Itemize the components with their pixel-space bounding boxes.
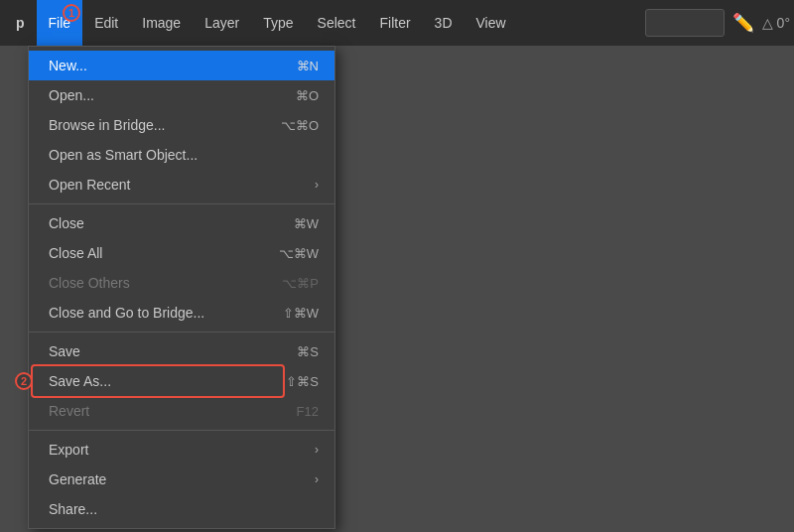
view-menu-item[interactable]: View xyxy=(464,0,518,46)
open-recent-arrow: › xyxy=(315,178,319,192)
export-arrow: › xyxy=(315,443,319,457)
menu-item-close-others: Close Others ⌥⌘P xyxy=(29,268,334,298)
save-as-shortcut: ⇧⌘S xyxy=(286,374,319,389)
preset-dropdown[interactable] xyxy=(645,9,725,37)
toolbar-right: ✏️ △ 0° xyxy=(645,9,790,37)
edit-menu-item[interactable]: Edit xyxy=(82,0,130,46)
menu-item-close-all[interactable]: Close All ⌥⌘W xyxy=(29,238,334,268)
menu-bar: p File 1 Edit Image Layer Type Select Fi… xyxy=(0,0,794,46)
layer-label: Layer xyxy=(204,15,239,31)
3d-menu-item[interactable]: 3D xyxy=(423,0,464,46)
close-bridge-label: Close and Go to Bridge... xyxy=(49,305,204,321)
menu-item-generate[interactable]: Generate › xyxy=(29,465,334,494)
3d-label: 3D xyxy=(435,15,453,31)
filter-label: Filter xyxy=(379,15,410,31)
generate-arrow: › xyxy=(315,472,319,486)
angle-value: 0° xyxy=(777,15,790,31)
menu-item-browse-bridge[interactable]: Browse in Bridge... ⌥⌘O xyxy=(29,110,334,140)
menu-item-close[interactable]: Close ⌘W xyxy=(29,208,334,238)
file-dropdown-menu: New... ⌘N Open... ⌘O Browse in Bridge...… xyxy=(28,46,335,529)
close-all-shortcut: ⌥⌘W xyxy=(279,246,319,261)
divider-1 xyxy=(29,203,334,204)
revert-shortcut: F12 xyxy=(297,404,319,419)
view-label: View xyxy=(476,15,506,31)
close-bridge-shortcut: ⇧⌘W xyxy=(283,306,319,321)
open-shortcut: ⌘O xyxy=(296,88,319,103)
open-smart-label: Open as Smart Object... xyxy=(49,147,198,163)
divider-3 xyxy=(29,430,334,431)
generate-label: Generate xyxy=(49,471,106,487)
angle-display: △ 0° xyxy=(762,15,790,31)
menu-item-save-as[interactable]: 2 Save As... ⇧⌘S xyxy=(29,366,334,396)
menu-item-revert: Revert F12 xyxy=(29,396,334,426)
menu-item-open[interactable]: Open... ⌘O xyxy=(29,80,334,110)
select-menu-item[interactable]: Select xyxy=(306,0,368,46)
close-label: Close xyxy=(49,215,84,231)
save-label: Save xyxy=(49,343,80,359)
angle-icon: △ xyxy=(762,15,773,31)
close-shortcut: ⌘W xyxy=(294,216,319,231)
menu-item-new[interactable]: New... ⌘N xyxy=(29,51,334,80)
revert-label: Revert xyxy=(49,403,89,419)
close-others-label: Close Others xyxy=(49,275,130,291)
menu-item-open-smart[interactable]: Open as Smart Object... xyxy=(29,140,334,170)
divider-2 xyxy=(29,332,334,332)
type-menu-item[interactable]: Type xyxy=(251,0,305,46)
menu-item-close-bridge[interactable]: Close and Go to Bridge... ⇧⌘W xyxy=(29,298,334,328)
export-label: Export xyxy=(49,442,88,458)
browse-bridge-label: Browse in Bridge... xyxy=(49,117,166,133)
close-others-shortcut: ⌥⌘P xyxy=(282,276,319,291)
file-badge: 1 xyxy=(63,4,80,22)
brush-icon: ✏️ xyxy=(732,12,754,34)
file-menu-item[interactable]: File 1 xyxy=(37,0,83,46)
menu-item-save[interactable]: Save ⌘S xyxy=(29,336,334,366)
new-shortcut: ⌘N xyxy=(297,59,319,73)
share-label: Share... xyxy=(49,501,97,517)
image-menu-item[interactable]: Image xyxy=(130,0,193,46)
save-shortcut: ⌘S xyxy=(297,344,319,359)
save-as-badge: 2 xyxy=(15,372,33,390)
browse-bridge-shortcut: ⌥⌘O xyxy=(281,118,319,133)
filter-menu-item[interactable]: Filter xyxy=(367,0,422,46)
edit-label: Edit xyxy=(94,15,118,31)
type-label: Type xyxy=(263,15,293,31)
layer-menu-item[interactable]: Layer xyxy=(193,0,251,46)
open-recent-label: Open Recent xyxy=(49,177,131,193)
menu-item-export[interactable]: Export › xyxy=(29,435,334,465)
open-label: Open... xyxy=(49,87,94,103)
image-label: Image xyxy=(142,15,181,31)
close-all-label: Close All xyxy=(49,245,102,261)
app-menu-item[interactable]: p xyxy=(4,0,37,46)
menu-item-share[interactable]: Share... xyxy=(29,494,334,524)
select-label: Select xyxy=(318,15,356,31)
menu-item-open-recent[interactable]: Open Recent › xyxy=(29,170,334,200)
new-label: New... xyxy=(49,58,87,73)
save-as-label: Save As... xyxy=(49,373,111,389)
